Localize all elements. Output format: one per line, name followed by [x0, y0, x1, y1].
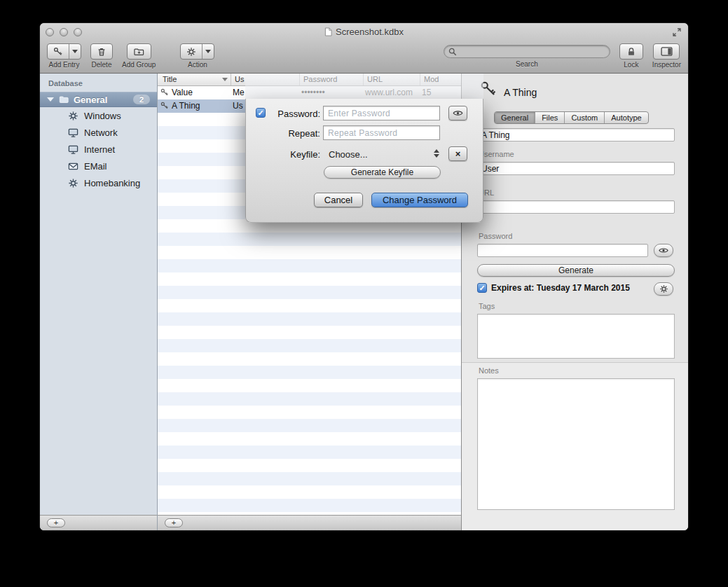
column-header-title[interactable]: Title — [163, 75, 177, 83]
add-entry-button[interactable]: Add Entry — [47, 43, 81, 69]
row-username: Us — [233, 101, 243, 111]
new-password-input[interactable] — [323, 106, 440, 120]
chevron-down-icon[interactable] — [69, 44, 81, 59]
username-field[interactable] — [477, 162, 675, 175]
add-group-label: Add Group — [122, 61, 156, 69]
desktop: Screenshot.kdbx Add Entry — [0, 0, 728, 587]
sidebar-group-label: General — [74, 95, 107, 105]
tags-input[interactable] — [477, 314, 675, 359]
keyfile-popup[interactable]: Choose... — [329, 149, 368, 160]
search-area: Search — [444, 45, 610, 68]
tab-custom[interactable]: Custom — [565, 112, 605, 123]
change-password-sheet: ✓ Password: Repeat: Keyfile: Choose... ×… — [245, 74, 483, 223]
titlebar[interactable]: Screenshot.kdbx — [40, 23, 688, 41]
password-field-label: Password: — [246, 109, 320, 119]
column-header-username[interactable]: Us — [235, 75, 244, 83]
expires-settings-button[interactable] — [654, 282, 673, 296]
generate-password-button[interactable]: Generate — [477, 264, 675, 277]
inspector-panel-icon — [661, 47, 673, 56]
trash-icon — [91, 44, 112, 59]
window-title-text: Screenshot.kdbx — [336, 27, 404, 37]
sidebar-item-homebanking[interactable]: Homebanking — [40, 174, 157, 191]
sidebar-item-label: Windows — [84, 111, 121, 121]
inspector-toggle-button[interactable]: Inspector — [652, 43, 681, 69]
eye-icon — [659, 247, 668, 254]
folder-plus-icon — [128, 44, 151, 59]
show-password-button[interactable] — [448, 106, 467, 120]
sheet-body: ✓ Password: Repeat: Keyfile: Choose... ×… — [245, 99, 483, 223]
notes-label: Notes — [479, 366, 499, 375]
generate-keyfile-button[interactable]: Generate Keyfile — [324, 166, 441, 179]
sidebar-item-windows[interactable]: Windows — [40, 107, 157, 124]
row-title: A Thing — [172, 101, 200, 111]
sidebar-item-label: Internet — [84, 144, 115, 155]
sidebar-item-label: Network — [84, 127, 118, 138]
window-chrome: Screenshot.kdbx Add Entry — [40, 23, 688, 74]
clear-keyfile-button[interactable]: × — [448, 146, 467, 161]
tab-autotype[interactable]: Autotype — [605, 112, 647, 123]
notes-input[interactable] — [477, 378, 675, 510]
expires-row: ✓ Expires at: Tuesday 17 March 2015 — [477, 283, 630, 293]
add-entry-plus-button[interactable]: + — [165, 518, 183, 527]
inspector-entry-title: A Thing — [504, 87, 537, 98]
change-password-button[interactable]: Change Password — [371, 193, 468, 207]
document-icon — [324, 27, 332, 36]
action-label: Action — [188, 61, 207, 69]
tab-files[interactable]: Files — [535, 112, 565, 123]
keyfile-label: Keyfile: — [246, 149, 320, 160]
lock-icon — [626, 47, 636, 57]
sidebar: Database General 2 Windows Network — [40, 74, 158, 530]
popup-stepper-icon[interactable] — [434, 149, 439, 158]
key-icon — [160, 88, 169, 97]
tab-general[interactable]: General — [495, 112, 535, 123]
show-password-button[interactable] — [654, 244, 673, 257]
inspector-label: Inspector — [652, 61, 681, 69]
eye-icon — [453, 110, 463, 116]
sidebar-item-network[interactable]: Network — [40, 124, 157, 141]
search-field[interactable] — [444, 45, 610, 58]
toolbar: Add Entry Delete Add Group — [40, 41, 688, 74]
sheet-fade-overlay — [245, 74, 483, 99]
envelope-icon — [68, 161, 78, 172]
action-button[interactable]: Action — [180, 43, 214, 69]
disclosure-triangle-icon[interactable] — [47, 97, 54, 102]
search-input[interactable] — [460, 47, 605, 57]
row-title: Value — [172, 88, 193, 97]
url-field[interactable] — [477, 200, 675, 214]
monitor-icon — [68, 144, 78, 155]
gear-icon — [659, 284, 668, 294]
fullscreen-icon[interactable] — [673, 28, 681, 36]
lock-button[interactable]: Lock — [619, 43, 643, 69]
gear-icon — [181, 44, 202, 59]
sidebar-item-label: EMail — [84, 161, 107, 172]
monitor-icon — [68, 127, 78, 138]
sidebar-group-general[interactable]: General 2 — [40, 92, 157, 107]
gear-icon — [68, 178, 78, 188]
window-title: Screenshot.kdbx — [40, 27, 688, 37]
cancel-button[interactable]: Cancel — [314, 193, 363, 207]
expires-checkbox[interactable]: ✓ — [477, 283, 487, 293]
row-username: Me — [233, 88, 245, 97]
key-icon — [160, 102, 169, 110]
inspector-tabs: General Files Custom Autotype — [494, 111, 649, 124]
tags-label: Tags — [479, 302, 495, 310]
repeat-password-input[interactable] — [323, 125, 440, 140]
key-icon — [48, 44, 69, 59]
folder-icon — [58, 95, 69, 104]
sidebar-item-label: Homebanking — [84, 178, 140, 188]
add-group-button[interactable]: Add Group — [122, 43, 156, 69]
sidebar-item-email[interactable]: EMail — [40, 158, 157, 174]
expires-label: Expires at: Tuesday 17 March 2015 — [491, 283, 630, 293]
sort-indicator-icon — [222, 78, 228, 81]
inspector-panel: A Thing General Files Custom Autotype Us… — [461, 74, 688, 530]
lock-label: Lock — [624, 61, 638, 69]
sidebar-item-internet[interactable]: Internet — [40, 141, 157, 158]
title-field[interactable] — [477, 128, 675, 141]
add-group-plus-button[interactable]: + — [47, 518, 65, 527]
password-field[interactable] — [477, 244, 648, 257]
delete-button[interactable]: Delete — [90, 43, 113, 69]
password-label: Password — [479, 232, 512, 240]
chevron-down-icon[interactable] — [202, 44, 214, 59]
sidebar-section-database: Database — [40, 74, 157, 88]
add-entry-label: Add Entry — [49, 61, 80, 69]
